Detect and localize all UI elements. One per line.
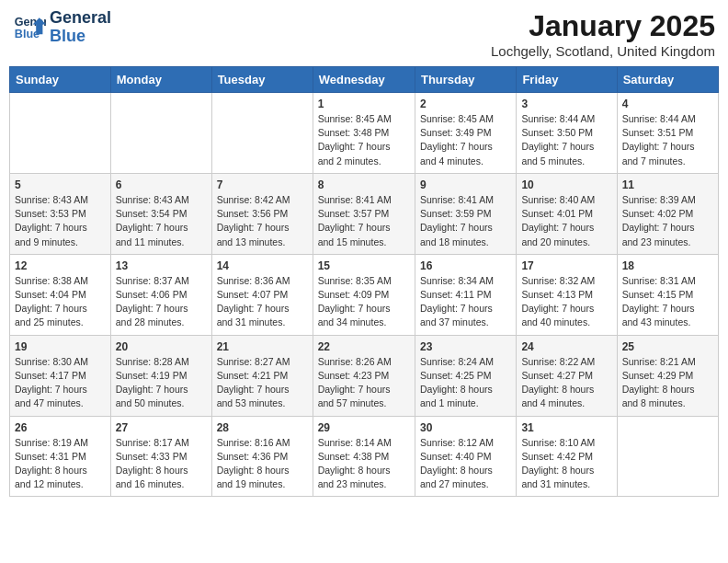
day-number: 29 [318, 421, 410, 434]
day-number: 22 [318, 340, 410, 353]
day-number: 12 [15, 259, 106, 272]
week-row-1: 1Sunrise: 8:45 AMSunset: 3:48 PMDaylight… [10, 93, 719, 174]
day-number: 10 [521, 178, 611, 191]
day-number: 17 [521, 259, 611, 272]
day-number: 6 [116, 178, 207, 191]
day-cell: 12Sunrise: 8:38 AMSunset: 4:04 PMDayligh… [10, 254, 111, 335]
day-info: Sunrise: 8:24 AMSunset: 4:25 PMDaylight:… [420, 355, 511, 411]
day-number: 20 [116, 340, 207, 353]
day-info: Sunrise: 8:30 AMSunset: 4:17 PMDaylight:… [15, 355, 106, 411]
day-number: 18 [622, 259, 713, 272]
calendar: SundayMondayTuesdayWednesdayThursdayFrid… [9, 66, 719, 497]
weekday-header-wednesday: Wednesday [313, 67, 415, 93]
svg-text:Blue: Blue [15, 28, 40, 40]
day-info: Sunrise: 8:10 AMSunset: 4:42 PMDaylight:… [521, 436, 611, 492]
day-info: Sunrise: 8:41 AMSunset: 3:59 PMDaylight:… [420, 193, 511, 249]
day-number: 8 [318, 178, 410, 191]
day-cell: 23Sunrise: 8:24 AMSunset: 4:25 PMDayligh… [415, 335, 516, 416]
day-cell: 6Sunrise: 8:43 AMSunset: 3:54 PMDaylight… [110, 173, 211, 254]
day-cell: 15Sunrise: 8:35 AMSunset: 4:09 PMDayligh… [313, 254, 415, 335]
weekday-header-tuesday: Tuesday [211, 67, 313, 93]
day-info: Sunrise: 8:19 AMSunset: 4:31 PMDaylight:… [15, 436, 106, 492]
logo-icon: General Blue [13, 11, 46, 44]
day-info: Sunrise: 8:44 AMSunset: 3:50 PMDaylight:… [521, 112, 611, 168]
day-info: Sunrise: 8:40 AMSunset: 4:01 PMDaylight:… [521, 193, 611, 249]
day-cell: 28Sunrise: 8:16 AMSunset: 4:36 PMDayligh… [211, 416, 313, 497]
day-info: Sunrise: 8:38 AMSunset: 4:04 PMDaylight:… [15, 274, 106, 330]
day-info: Sunrise: 8:31 AMSunset: 4:15 PMDaylight:… [622, 274, 713, 330]
day-number: 24 [521, 340, 611, 353]
day-number: 25 [622, 340, 713, 353]
title-area: January 2025 Lochgelly, Scotland, United… [491, 9, 715, 59]
day-cell [110, 93, 211, 174]
week-row-4: 19Sunrise: 8:30 AMSunset: 4:17 PMDayligh… [10, 335, 719, 416]
month-title: January 2025 [491, 9, 715, 43]
day-info: Sunrise: 8:41 AMSunset: 3:57 PMDaylight:… [318, 193, 410, 249]
week-row-3: 12Sunrise: 8:38 AMSunset: 4:04 PMDayligh… [10, 254, 719, 335]
weekday-header-row: SundayMondayTuesdayWednesdayThursdayFrid… [10, 67, 719, 93]
day-cell: 1Sunrise: 8:45 AMSunset: 3:48 PMDaylight… [313, 93, 415, 174]
day-cell: 10Sunrise: 8:40 AMSunset: 4:01 PMDayligh… [517, 173, 617, 254]
day-cell: 3Sunrise: 8:44 AMSunset: 3:50 PMDaylight… [517, 93, 617, 174]
day-cell: 17Sunrise: 8:32 AMSunset: 4:13 PMDayligh… [517, 254, 617, 335]
day-cell: 21Sunrise: 8:27 AMSunset: 4:21 PMDayligh… [211, 335, 313, 416]
day-cell: 14Sunrise: 8:36 AMSunset: 4:07 PMDayligh… [211, 254, 313, 335]
day-cell [211, 93, 313, 174]
logo-line1: General [50, 8, 111, 27]
day-cell: 11Sunrise: 8:39 AMSunset: 4:02 PMDayligh… [617, 173, 718, 254]
week-row-5: 26Sunrise: 8:19 AMSunset: 4:31 PMDayligh… [10, 416, 719, 497]
day-info: Sunrise: 8:22 AMSunset: 4:27 PMDaylight:… [521, 355, 611, 411]
weekday-header-thursday: Thursday [415, 67, 516, 93]
day-number: 5 [15, 178, 106, 191]
day-cell: 13Sunrise: 8:37 AMSunset: 4:06 PMDayligh… [110, 254, 211, 335]
day-number: 14 [217, 259, 308, 272]
day-cell: 31Sunrise: 8:10 AMSunset: 4:42 PMDayligh… [517, 416, 617, 497]
day-cell: 20Sunrise: 8:28 AMSunset: 4:19 PMDayligh… [110, 335, 211, 416]
location-title: Lochgelly, Scotland, United Kingdom [491, 43, 715, 59]
day-number: 31 [521, 421, 611, 434]
day-info: Sunrise: 8:17 AMSunset: 4:33 PMDaylight:… [116, 436, 207, 492]
day-cell: 4Sunrise: 8:44 AMSunset: 3:51 PMDaylight… [617, 93, 718, 174]
day-number: 19 [15, 340, 106, 353]
day-cell: 27Sunrise: 8:17 AMSunset: 4:33 PMDayligh… [110, 416, 211, 497]
logo-text: General Blue [50, 9, 111, 46]
day-info: Sunrise: 8:14 AMSunset: 4:38 PMDaylight:… [318, 436, 410, 492]
day-info: Sunrise: 8:32 AMSunset: 4:13 PMDaylight:… [521, 274, 611, 330]
day-info: Sunrise: 8:43 AMSunset: 3:53 PMDaylight:… [15, 193, 106, 249]
day-number: 30 [420, 421, 511, 434]
day-number: 1 [318, 98, 410, 110]
day-cell [617, 416, 718, 497]
day-info: Sunrise: 8:44 AMSunset: 3:51 PMDaylight:… [622, 112, 713, 168]
weekday-header-friday: Friday [517, 67, 617, 93]
day-info: Sunrise: 8:12 AMSunset: 4:40 PMDaylight:… [420, 436, 511, 492]
day-info: Sunrise: 8:16 AMSunset: 4:36 PMDaylight:… [217, 436, 308, 492]
logo-line2: Blue [50, 27, 85, 45]
day-info: Sunrise: 8:45 AMSunset: 3:48 PMDaylight:… [318, 112, 410, 168]
day-number: 11 [622, 178, 713, 191]
day-number: 13 [116, 259, 207, 272]
day-cell: 29Sunrise: 8:14 AMSunset: 4:38 PMDayligh… [313, 416, 415, 497]
day-cell: 19Sunrise: 8:30 AMSunset: 4:17 PMDayligh… [10, 335, 111, 416]
day-info: Sunrise: 8:42 AMSunset: 3:56 PMDaylight:… [217, 193, 308, 249]
day-number: 16 [420, 259, 511, 272]
day-cell [10, 93, 111, 174]
weekday-header-sunday: Sunday [10, 67, 111, 93]
day-cell: 30Sunrise: 8:12 AMSunset: 4:40 PMDayligh… [415, 416, 516, 497]
day-cell: 16Sunrise: 8:34 AMSunset: 4:11 PMDayligh… [415, 254, 516, 335]
day-info: Sunrise: 8:43 AMSunset: 3:54 PMDaylight:… [116, 193, 207, 249]
day-cell: 5Sunrise: 8:43 AMSunset: 3:53 PMDaylight… [10, 173, 111, 254]
day-cell: 8Sunrise: 8:41 AMSunset: 3:57 PMDaylight… [313, 173, 415, 254]
day-number: 26 [15, 421, 106, 434]
week-row-2: 5Sunrise: 8:43 AMSunset: 3:53 PMDaylight… [10, 173, 719, 254]
day-info: Sunrise: 8:34 AMSunset: 4:11 PMDaylight:… [420, 274, 511, 330]
day-info: Sunrise: 8:45 AMSunset: 3:49 PMDaylight:… [420, 112, 511, 168]
day-cell: 22Sunrise: 8:26 AMSunset: 4:23 PMDayligh… [313, 335, 415, 416]
day-info: Sunrise: 8:37 AMSunset: 4:06 PMDaylight:… [116, 274, 207, 330]
day-info: Sunrise: 8:35 AMSunset: 4:09 PMDaylight:… [318, 274, 410, 330]
day-info: Sunrise: 8:26 AMSunset: 4:23 PMDaylight:… [318, 355, 410, 411]
day-number: 15 [318, 259, 410, 272]
day-number: 27 [116, 421, 207, 434]
day-number: 3 [521, 98, 611, 110]
header: General Blue General Blue January 2025 L… [9, 9, 719, 59]
day-info: Sunrise: 8:39 AMSunset: 4:02 PMDaylight:… [622, 193, 713, 249]
